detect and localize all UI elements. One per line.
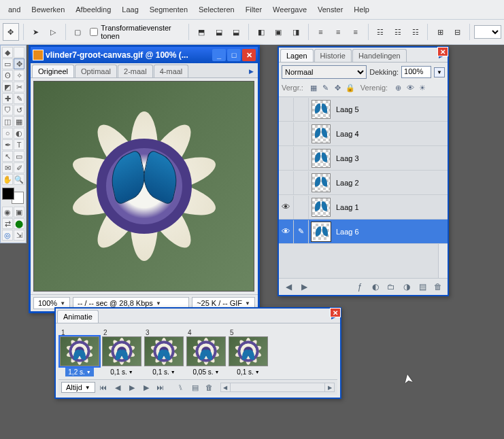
tab-lagen[interactable]: Lagen [280, 49, 314, 62]
layer-thumbnail[interactable] [312, 149, 331, 168]
dropdown-icon[interactable]: ▼ [245, 300, 250, 306]
unify-position-icon[interactable]: ⊕ [393, 83, 403, 92]
link-toggle-icon[interactable] [294, 122, 309, 145]
frame-duration[interactable]: 0,1 s. ▼ [107, 368, 135, 376]
delete-frame-icon[interactable]: 🗑 [203, 382, 216, 393]
tab-2maal[interactable]: 2-maal [118, 65, 153, 77]
shape-tool-icon[interactable]: ▭ [14, 151, 24, 162]
last-frame-icon[interactable]: ⏭ [154, 382, 167, 393]
align-bottom-icon[interactable]: ⬓ [229, 23, 245, 41]
animation-frame[interactable]: 20,1 s. ▼ [102, 329, 141, 376]
foreground-color[interactable] [2, 188, 14, 200]
frame-thumbnail[interactable] [102, 336, 141, 366]
link-toggle-icon[interactable]: ✎ [294, 220, 309, 243]
prev-frame-icon[interactable]: ◀ [112, 382, 124, 393]
distribute-bottom-icon[interactable]: ≡ [348, 23, 364, 41]
layer-fx-icon[interactable]: ƒ [353, 281, 367, 293]
link-toggle-icon[interactable] [294, 98, 309, 121]
bounding-box-icon[interactable]: ▢ [70, 23, 86, 41]
menu-item[interactable]: Bewerken [26, 1, 70, 18]
align-left-icon[interactable]: ◧ [253, 23, 269, 41]
maximize-button[interactable]: □ [227, 49, 241, 61]
marquee-tool-icon[interactable]: ▭ [2, 58, 13, 69]
jump-imageready-icon[interactable]: ⇄ [2, 218, 13, 229]
menu-item[interactable]: Afbeelding [70, 1, 116, 18]
visibility-toggle-icon[interactable] [279, 171, 294, 194]
tab-historie[interactable]: Historie [314, 49, 352, 62]
animation-frame[interactable]: 11,2 s. ▼ [60, 329, 99, 376]
minimize-button[interactable]: _ [212, 49, 226, 61]
layer-mask-icon[interactable]: ◐ [369, 281, 382, 293]
extra-tool-icon[interactable]: ◎ [2, 230, 13, 241]
path-tool-icon[interactable]: ↖ [2, 151, 13, 162]
transform-checkbox[interactable]: Transformatievenster tonen [87, 24, 184, 40]
unify-visibility-icon[interactable]: 👁 [405, 83, 415, 92]
arrow-white-icon[interactable]: ▷ [45, 23, 61, 41]
scrollbar[interactable] [438, 244, 448, 278]
first-frame-icon[interactable]: ⏮ [97, 382, 110, 393]
pen-tool-icon[interactable]: ✒ [2, 139, 13, 150]
slice-tool-icon[interactable]: ✂ [14, 82, 24, 92]
crop-tool-icon[interactable]: ◩ [2, 82, 13, 92]
layer-row[interactable]: Laag 2 [279, 171, 448, 195]
canvas[interactable] [33, 81, 254, 292]
animation-frame[interactable]: 30,1 s. ▼ [144, 329, 184, 376]
lock-position-icon[interactable]: ✥ [333, 83, 343, 92]
layer-new-icon[interactable]: ▤ [416, 281, 429, 293]
visibility-toggle-icon[interactable]: 👁 [279, 196, 294, 219]
lock-transparency-icon[interactable]: ▦ [309, 83, 318, 92]
visibility-toggle-icon[interactable] [279, 147, 294, 170]
frame-next-icon[interactable]: ▶ [297, 281, 311, 293]
menu-item[interactable]: Selecteren [193, 1, 240, 18]
layer-row[interactable]: Laag 3 [279, 146, 448, 171]
lasso-tool-icon[interactable]: ʘ [2, 70, 13, 81]
brush-tool-icon[interactable]: ✎ [14, 93, 24, 104]
frame-duration[interactable]: 0,05 s. ▼ [190, 368, 222, 376]
panel-close-button[interactable]: ✕ [330, 308, 341, 317]
layer-delete-icon[interactable]: 🗑 [431, 281, 445, 293]
tab-menu-icon[interactable]: ▶ [189, 65, 256, 77]
dropdown-icon[interactable]: ▼ [60, 300, 65, 306]
frame-duration[interactable]: 0,1 s. ▼ [234, 368, 262, 376]
distribute-top-icon[interactable]: ≡ [313, 23, 329, 41]
tab-4maal[interactable]: 4-maal [154, 65, 189, 77]
frame-duration[interactable]: 0,1 s. ▼ [150, 368, 178, 376]
menu-item[interactable]: Laag [116, 1, 144, 18]
animation-frame[interactable]: 40,05 s. ▼ [186, 329, 226, 376]
play-icon[interactable]: ▶ [126, 382, 138, 393]
layer-row[interactable]: 👁✎Laag 6 [279, 220, 448, 244]
distribute-left-icon[interactable]: ☷ [372, 23, 388, 41]
layer-adjust-icon[interactable]: ◑ [400, 281, 414, 293]
layer-name[interactable]: Laag 5 [333, 105, 359, 113]
layer-folder-icon[interactable]: 🗀 [384, 281, 398, 293]
ps-logo-icon[interactable]: ◆ [2, 47, 13, 58]
tab-optimaal[interactable]: Optimaal [75, 65, 117, 77]
frame-thumbnail[interactable] [229, 336, 268, 366]
menu-item[interactable]: and [3, 1, 26, 18]
wand-tool-icon[interactable]: ✧ [14, 70, 24, 81]
scroll-right-icon[interactable]: ▶ [324, 383, 334, 391]
history-brush-icon[interactable]: ↺ [14, 105, 24, 116]
new-frame-icon[interactable]: ▤ [189, 382, 201, 393]
bridge-icon[interactable]: ⬤ [14, 218, 24, 229]
panel-menu-icon[interactable]: ▶ [99, 310, 339, 323]
move-tool-icon[interactable]: ✥ [3, 23, 19, 41]
close-button[interactable]: ✕ [242, 49, 256, 61]
layer-row[interactable]: 👁Laag 1 [279, 195, 448, 220]
loop-select[interactable]: Altijd▼ [61, 382, 95, 393]
lock-pixels-icon[interactable]: ✎ [321, 83, 331, 92]
transform-checkbox-input[interactable] [90, 28, 98, 36]
layer-name[interactable]: Laag 4 [333, 130, 359, 138]
align-vcenter-icon[interactable]: ⬓ [211, 23, 227, 41]
opacity-dropdown-icon[interactable]: ▼ [434, 67, 445, 77]
menu-item[interactable]: Help [348, 1, 375, 18]
align-right-icon[interactable]: ◨ [288, 23, 304, 41]
tab-animatie[interactable]: Animatie [57, 310, 99, 323]
titlebar[interactable]: vlinder7-groot-canvas.gif @ 100% (... _ … [31, 47, 258, 63]
eyedropper-tool-icon[interactable]: ✐ [14, 162, 24, 173]
align-hcenter-icon[interactable]: ▣ [271, 23, 287, 41]
stamp-tool-icon[interactable]: ⛉ [2, 105, 13, 116]
scroll-left-icon[interactable]: ◀ [221, 383, 231, 391]
link-toggle-icon[interactable] [294, 147, 309, 170]
frame-thumbnail[interactable] [186, 336, 226, 366]
